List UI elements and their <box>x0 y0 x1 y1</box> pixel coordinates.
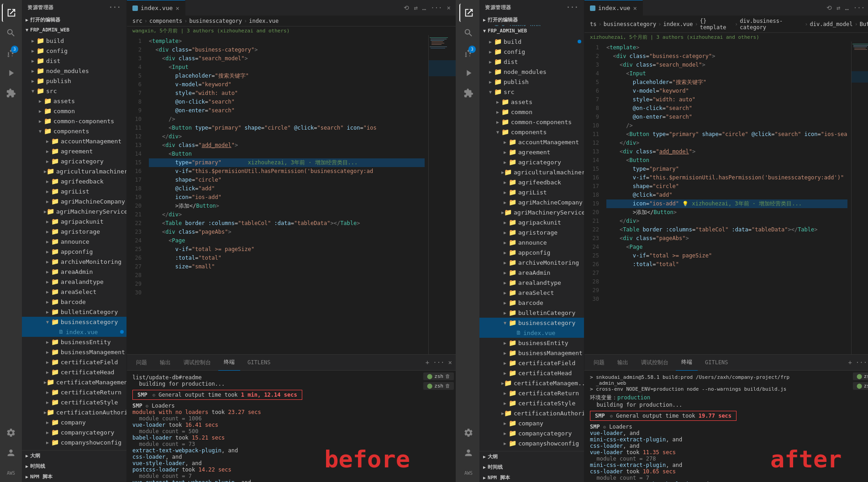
explorer-icon[interactable] <box>2 4 20 22</box>
folder-company-showconfig[interactable]: ▶📁 companyshowconfig <box>22 437 126 447</box>
left-terminal-tab-zsh-2[interactable]: ⬤ zsh 🗑 <box>423 382 454 390</box>
folder-agricultural-machinery[interactable]: ▶📁 agriculturalmachinery <box>22 166 126 176</box>
git-icon[interactable]: 3 <box>2 44 20 62</box>
right-aws-icon[interactable]: AWS <box>459 464 478 482</box>
folder-src[interactable]: ▼📁 src <box>22 86 126 96</box>
folder-common-components[interactable]: ▶📁 common-components <box>22 116 126 126</box>
right-search-icon[interactable] <box>459 24 478 42</box>
right-folder-config[interactable]: ▶📁 config <box>479 47 584 57</box>
right-timeline-section[interactable]: ▶ 时间线 <box>479 462 584 472</box>
right-file-index-vue[interactable]: 🗎 index.vue <box>479 328 584 338</box>
right-folder-areaselect[interactable]: ▶📁 areaSelect <box>479 288 584 298</box>
folder-business-management[interactable]: ▶📁 businessManagement <box>22 347 126 357</box>
folder-area-admin[interactable]: ▶📁 areaAdmin <box>22 267 126 277</box>
folder-barcode[interactable]: ▶📁 barcode <box>22 297 126 307</box>
right-folder-common-components[interactable]: ▶📁 common-components <box>479 117 584 127</box>
right-tab-debug[interactable]: 调试控制台 <box>636 355 674 371</box>
right-folder-agrilist[interactable]: ▶📁 agriList <box>479 187 584 197</box>
left-tab-debug[interactable]: 调试控制台 <box>178 355 216 371</box>
terminal-trash-icon[interactable]: 🗑 <box>445 373 450 379</box>
right-folder-agrifeedback[interactable]: ▶📁 agrifeedback <box>479 177 584 187</box>
left-tab-index-vue[interactable]: index.vue × <box>127 0 185 16</box>
breadcrumb-icon[interactable]: … <box>421 3 427 12</box>
right-folder-business-mgmt[interactable]: ▶📁 businessManagement <box>479 348 584 358</box>
right-folder-cert-head[interactable]: ▶📁 certificateHead <box>479 368 584 378</box>
folder-arealandtype[interactable]: ▶📁 arealandtype <box>22 277 126 287</box>
folder-common[interactable]: ▶📁 common <box>22 106 126 116</box>
right-folder-agricategory[interactable]: ▶📁 agricategory <box>479 157 584 167</box>
folder-account-mgmt[interactable]: ▶📁 accountManagement <box>22 136 126 146</box>
folder-agrilist[interactable]: ▶📁 agriList <box>22 186 126 196</box>
folder-archive-monitoring[interactable]: ▶📁 archiveMonitoring <box>22 257 126 267</box>
folder-certificate-style[interactable]: ▶📁 certificateStyle <box>22 397 126 407</box>
right-folder-announce[interactable]: ▶📁 announce <box>479 237 584 247</box>
panel-close-icon[interactable]: × <box>448 359 452 366</box>
right-tab-terminal[interactable]: 终端 <box>676 355 698 371</box>
right-tab-close[interactable]: × <box>633 5 637 12</box>
folder-agripackunit[interactable]: ▶📁 agripackunit <box>22 216 126 226</box>
right-folder-appconfig[interactable]: ▶📁 appconfig <box>479 247 584 257</box>
right-terminal-tab-zsh-2[interactable]: ⬤ zsh <box>853 382 868 390</box>
right-folder-cert-field[interactable]: ▶📁 certificateField <box>479 358 584 368</box>
folder-certificate-return[interactable]: ▶📁 certificateReturn <box>22 387 126 397</box>
folder-node-modules[interactable]: ▶📁 node_modules <box>22 66 126 76</box>
right-project-section[interactable]: ▼ FRP_ADMIN_WEB <box>479 26 584 36</box>
right-tab-gitlens[interactable]: GITLENS <box>700 355 734 371</box>
aws-icon[interactable]: AWS <box>2 464 20 482</box>
large-outline-section[interactable]: ▶ 大纲 <box>22 451 126 461</box>
terminal-trash-icon-2[interactable]: 🗑 <box>445 383 450 389</box>
folder-announce[interactable]: ▶📁 announce <box>22 236 126 246</box>
left-tab-gitlens[interactable]: GITLENS <box>242 355 276 371</box>
split-icon[interactable]: ⟲ <box>402 3 410 12</box>
right-folder-agri-service[interactable]: ▶📁 agriMachineryService <box>479 207 584 217</box>
folder-agri-machinery-service[interactable]: ▶📁 agriMachineryService <box>22 206 126 216</box>
folder-businesscategory[interactable]: ▼📁 businesscategory <box>22 317 126 327</box>
right-explorer-icon[interactable] <box>459 4 478 22</box>
right-panel-more-icon[interactable]: ··· <box>856 359 867 366</box>
folder-certificate-field[interactable]: ▶📁 certificateField <box>22 357 126 367</box>
folder-agri-machine-company[interactable]: ▶📁 agriMachineCompany <box>22 196 126 206</box>
right-git-icon[interactable]: 3 <box>459 44 478 62</box>
folder-agreement[interactable]: ▶📁 agreement <box>22 146 126 156</box>
right-folder-cert-style[interactable]: ▶📁 certificateStyle <box>479 398 584 408</box>
right-debug-icon[interactable] <box>459 64 478 82</box>
right-folder-common[interactable]: ▶📁 common <box>479 107 584 117</box>
folder-agricategory[interactable]: ▶📁 agricategory <box>22 156 126 166</box>
right-folder-node-modules[interactable]: ▶📁 node_modules <box>479 67 584 77</box>
right-folder-agristorage[interactable]: ▶📁 agristorage <box>479 227 584 237</box>
right-folder-src[interactable]: ▼📁 src <box>479 87 584 97</box>
open-editors-section[interactable]: ▶ 打开的编辑器 <box>22 15 126 25</box>
account-icon[interactable] <box>2 444 20 462</box>
right-sidebar-menu[interactable]: ··· <box>566 4 579 11</box>
folder-appconfig[interactable]: ▶📁 appconfig <box>22 246 126 257</box>
folder-agrifeedback[interactable]: ▶📁 agrifeedback <box>22 176 126 186</box>
right-folder-assets[interactable]: ▶📁 assets <box>479 97 584 107</box>
right-settings-icon[interactable] <box>459 424 478 442</box>
folder-certificate-head[interactable]: ▶📁 certificateHead <box>22 367 126 377</box>
right-folder-cert-return[interactable]: ▶📁 certificateReturn <box>479 388 584 398</box>
right-panel-add-icon[interactable]: + <box>848 359 852 366</box>
folder-business-entity[interactable]: ▶📁 businessEntity <box>22 337 126 347</box>
left-terminal-tab-zsh-1[interactable]: ⬤ zsh 🗑 <box>423 372 454 380</box>
settings-icon[interactable] <box>2 424 20 442</box>
folder-company-category[interactable]: ▶📁 companycategory <box>22 427 126 437</box>
folder-bulletin-category[interactable]: ▶📁 bulletinCategory <box>22 307 126 317</box>
right-folder-agripackunit[interactable]: ▶📁 agripackunit <box>479 217 584 227</box>
right-breadcrumb-icon[interactable]: … <box>843 3 850 12</box>
right-folder-company-category[interactable]: ▶📁 companycategory <box>479 428 584 438</box>
right-folder-agri-machine[interactable]: ▶📁 agriMachineCompany <box>479 197 584 207</box>
right-more-icon[interactable]: ··· <box>852 3 866 12</box>
right-folder-barcode[interactable]: ▶📁 barcode <box>479 298 584 308</box>
folder-areaselect[interactable]: ▶📁 areaSelect <box>22 287 126 297</box>
right-folder-area-admin[interactable]: ▶📁 areaAdmin <box>479 267 584 278</box>
search-icon[interactable] <box>2 24 20 42</box>
left-tab-problems[interactable]: 问题 <box>131 355 153 371</box>
right-folder-agri-machinery[interactable]: ▶📁 agriculturalmachinery <box>479 167 584 177</box>
sidebar-menu-left[interactable]: ··· <box>109 4 121 11</box>
right-folder-components[interactable]: ▼📁 components <box>479 127 584 137</box>
right-account-icon[interactable] <box>459 444 478 462</box>
panel-more-icon[interactable]: ··· <box>433 359 444 366</box>
left-tab-output[interactable]: 输出 <box>154 355 176 371</box>
folder-publish[interactable]: ▶📁 publish <box>22 76 126 86</box>
right-folder-company[interactable]: ▶📁 company <box>479 418 584 428</box>
